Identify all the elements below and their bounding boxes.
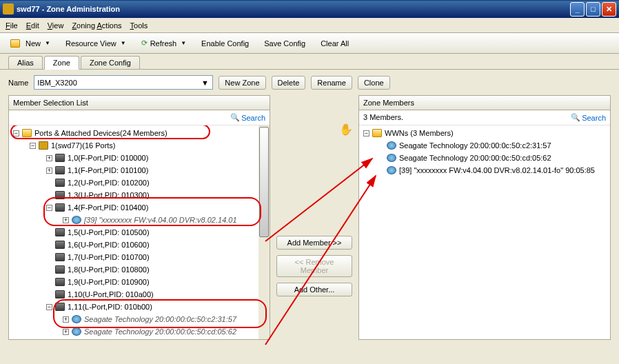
- port-icon: [55, 191, 65, 199]
- name-label: Name: [8, 79, 28, 87]
- tree-port[interactable]: 1,3(U-Port,PID: 010300): [68, 191, 150, 199]
- tree-root[interactable]: Ports & Attached Devices(24 Members): [34, 129, 168, 137]
- search-icon: 🔍: [230, 113, 240, 122]
- right-tree[interactable]: −WWNs (3 Members) Seagate Technology 20:…: [359, 125, 610, 339]
- tab-row: Alias Zone Zone Config: [0, 54, 619, 69]
- maximize-button[interactable]: □: [586, 2, 600, 17]
- member-selection-panel: Member Selection List 🔍 Search −Ports & …: [8, 95, 270, 340]
- menu-bar: File Edit View Zoning Actions Tools: [0, 18, 619, 33]
- main-area: Member Selection List 🔍 Search −Ports & …: [0, 95, 619, 348]
- menu-zoning[interactable]: Zoning Actions: [72, 21, 121, 30]
- new-zone-button[interactable]: New Zone: [219, 76, 265, 90]
- left-panel-header: Member Selection List: [9, 96, 270, 110]
- tab-alias[interactable]: Alias: [8, 56, 43, 69]
- port-icon: [55, 241, 65, 249]
- title-bar: swd77 - Zone Administration _ □ ✕: [0, 0, 619, 18]
- folder-icon: [372, 129, 382, 137]
- clone-button[interactable]: Clone: [358, 76, 390, 90]
- tree-port[interactable]: 1,11(L-Port,PID: 010b00): [68, 303, 152, 311]
- minimize-button[interactable]: _: [570, 2, 585, 17]
- device-icon: [72, 315, 81, 323]
- new-icon: [10, 39, 20, 48]
- tree-device[interactable]: Seagate Technology 20:00:00:0c:50:cd:05:…: [84, 327, 236, 336]
- port-icon: [55, 166, 65, 174]
- port-icon: [55, 228, 65, 236]
- app-icon: [3, 3, 14, 14]
- tree-root[interactable]: WWNs (3 Members): [385, 129, 454, 137]
- left-scrollbar[interactable]: [258, 125, 270, 339]
- collapse-icon[interactable]: −: [13, 130, 19, 136]
- tree-port[interactable]: 1,9(U-Port,PID: 010900): [68, 278, 150, 286]
- port-icon: [55, 265, 65, 274]
- right-search-link[interactable]: 🔍 Search: [571, 113, 606, 122]
- menu-edit[interactable]: Edit: [26, 21, 39, 30]
- port-icon: [55, 179, 65, 187]
- rename-button[interactable]: Rename: [311, 76, 352, 90]
- remove-member-button[interactable]: << Remove Member: [276, 255, 352, 277]
- zone-name-combo[interactable]: IBM_X3200 ▼: [34, 75, 213, 90]
- port-icon: [55, 278, 65, 286]
- window-title: swd77 - Zone Administration: [17, 5, 570, 13]
- port-icon: [55, 203, 65, 212]
- refresh-button[interactable]: ⟳ Refresh▼: [136, 36, 191, 50]
- save-config-button[interactable]: Save Config: [259, 37, 310, 50]
- menu-tools[interactable]: Tools: [130, 21, 148, 30]
- tab-zone[interactable]: Zone: [44, 56, 79, 70]
- search-icon: 🔍: [571, 113, 580, 122]
- tree-port[interactable]: 1,4(F-Port,PID: 010400): [68, 203, 148, 212]
- enable-config-button[interactable]: Enable Config: [196, 37, 254, 50]
- port-icon: [55, 290, 65, 299]
- tree-port[interactable]: 1,2(U-Port,PID: 010200): [68, 179, 150, 187]
- toolbar: New▼ Resource View▼ ⟳ Refresh▼ Enable Co…: [0, 33, 619, 54]
- refresh-icon: ⟳: [141, 39, 148, 48]
- close-button[interactable]: ✕: [602, 2, 616, 17]
- tree-port[interactable]: 1,0(F-Port,PID: 010000): [68, 154, 148, 162]
- tree-port[interactable]: 1,6(U-Port,PID: 010600): [68, 241, 150, 249]
- zone-member[interactable]: Seagate Technology 20:00:00:0c:50:cd:05:…: [399, 154, 551, 162]
- device-icon: [387, 141, 396, 150]
- switch-icon: [39, 141, 48, 150]
- zone-member[interactable]: Seagate Technology 20:00:00:0c:50:c2:31:…: [399, 141, 551, 150]
- tree-port[interactable]: 1,8(U-Port,PID: 010800): [68, 265, 150, 274]
- zone-members-panel: Zone Members 3 Members. 🔍 Search −WWNs (…: [358, 95, 611, 340]
- add-other-button[interactable]: Add Other...: [276, 283, 352, 296]
- tree-switch[interactable]: 1(swd77)(16 Ports): [51, 141, 116, 150]
- tree-port[interactable]: 1,10(U-Port,PID: 010a00): [68, 290, 154, 299]
- device-icon: [387, 166, 396, 174]
- member-count: 3 Members.: [363, 113, 403, 122]
- port-icon: [55, 303, 65, 311]
- tree-device[interactable]: [39] "xxxxxxxx FW:v4.04.00 DVR:v8.02.14.…: [84, 216, 237, 224]
- tree-port[interactable]: 1,7(U-Port,PID: 010700): [68, 253, 150, 261]
- middle-buttons: Add Member >> << Remove Member Add Other…: [273, 95, 356, 340]
- new-button[interactable]: New▼: [6, 37, 55, 50]
- left-search-link[interactable]: 🔍 Search: [230, 113, 265, 122]
- zone-member[interactable]: [39] "xxxxxxxx FW:v4.04.00 DVR:v8.02.14.…: [399, 166, 595, 174]
- delete-button[interactable]: Delete: [272, 76, 306, 90]
- zone-name-value: IBM_X3200: [37, 79, 77, 87]
- port-icon: [55, 253, 65, 261]
- menu-view[interactable]: View: [48, 21, 64, 30]
- device-icon: [72, 327, 81, 336]
- tab-zone-config[interactable]: Zone Config: [81, 56, 140, 69]
- combo-arrow-icon: ▼: [200, 79, 210, 87]
- resource-view-button[interactable]: Resource View▼: [61, 37, 131, 50]
- device-icon: [387, 154, 396, 162]
- folder-icon: [22, 129, 32, 137]
- clear-all-button[interactable]: Clear All: [316, 37, 354, 50]
- menu-file[interactable]: File: [6, 21, 18, 30]
- tree-port[interactable]: 1,5(U-Port,PID: 010500): [68, 228, 150, 236]
- zone-name-panel: Name IBM_X3200 ▼ New Zone Delete Rename …: [0, 69, 619, 95]
- add-member-button[interactable]: Add Member >>: [276, 236, 352, 250]
- left-tree[interactable]: −Ports & Attached Devices(24 Members) −1…: [9, 125, 270, 339]
- right-panel-header: Zone Members: [359, 96, 610, 110]
- port-icon: [55, 154, 65, 162]
- device-icon: [72, 216, 81, 224]
- tree-port[interactable]: 1,1(F-Port,PID: 010100): [68, 166, 148, 174]
- tree-device[interactable]: Seagate Technology 20:00:00:0c:50:c2:31:…: [84, 315, 236, 323]
